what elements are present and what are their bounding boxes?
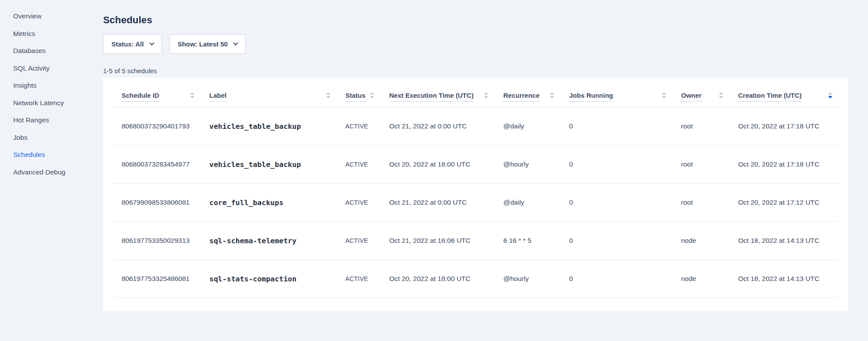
sort-icon[interactable] (828, 92, 832, 99)
cell-schedule-id: 806800373283454977 (113, 146, 201, 184)
sidebar-item-sql-activity[interactable]: SQL Activity (13, 64, 92, 72)
sidebar-item-insights[interactable]: Insights (13, 82, 92, 89)
sort-icon[interactable] (190, 92, 194, 99)
sidebar-item-advanced-debug[interactable]: Advanced Debug (13, 168, 92, 176)
sort-down-icon (662, 96, 666, 99)
cell-label: sql-stats-compaction (201, 260, 337, 298)
cell-next-execution-time: Oct 21, 2022 at 0:00 UTC (380, 107, 495, 146)
column-label: Status (345, 92, 366, 102)
main-content: Schedules Status: All Show: Latest 50 1-… (103, 0, 848, 311)
column-header-creation-time-utc[interactable]: Creation Time (UTC) (729, 78, 839, 107)
sort-down-icon (326, 96, 330, 99)
show-filter-dropdown[interactable]: Show: Latest 50 (169, 34, 246, 54)
cell-schedule-id: 806799098533806081 (113, 184, 201, 222)
table-row: 806197753325486081sql-stats-compactionAC… (113, 260, 839, 298)
status-filter-dropdown[interactable]: Status: All (103, 34, 162, 54)
sort-up-icon (550, 92, 554, 95)
cell-schedule-id: 806197753325486081 (113, 260, 201, 298)
sort-down-icon (370, 96, 374, 99)
cell-label: sql-schema-telemetry (201, 222, 337, 260)
column-header-label[interactable]: Label (201, 78, 337, 107)
sort-down-icon (828, 96, 832, 99)
sort-icon[interactable] (719, 92, 723, 99)
sidebar-item-hot-ranges[interactable]: Hot Ranges (13, 116, 92, 124)
page-title: Schedules (103, 14, 848, 26)
column-header-owner[interactable]: Owner (672, 78, 729, 107)
cell-next-execution-time: Oct 20, 2022 at 18:00 UTC (380, 260, 495, 298)
column-label: Label (209, 92, 226, 102)
table-row: 806799098533806081core_full_backupsACTIV… (113, 184, 839, 222)
cell-creation-time: Oct 20, 2022 at 17:18 UTC (729, 146, 839, 184)
show-filter-label: Show: Latest 50 (178, 40, 228, 48)
sidebar-item-databases[interactable]: Databases (13, 47, 92, 55)
sort-icon[interactable] (662, 92, 666, 99)
cell-recurrence: @hourly (495, 146, 560, 184)
cell-label: vehicles_table_backup (201, 107, 337, 146)
sidebar-item-metrics[interactable]: Metrics (13, 30, 92, 38)
cell-recurrence: @daily (495, 184, 560, 222)
cell-jobs-running: 0 (560, 260, 672, 298)
table-header-row: Schedule ID Label Status Next Execution … (113, 78, 839, 107)
sidebar-item-schedules[interactable]: Schedules (13, 151, 92, 159)
sort-up-icon (719, 92, 723, 95)
column-header-next-execution-time-utc[interactable]: Next Execution Time (UTC) (380, 78, 495, 107)
column-label: Next Execution Time (UTC) (389, 92, 473, 102)
cell-jobs-running: 0 (560, 222, 672, 260)
cell-schedule-id: 806800373290401793 (113, 107, 201, 146)
cell-owner: root (672, 146, 729, 184)
cell-status: ACTIVE (337, 184, 380, 222)
column-label: Recurrence (503, 92, 540, 102)
cell-creation-time: Oct 20, 2022 at 17:12 UTC (729, 184, 839, 222)
column-label: Schedule ID (122, 92, 159, 102)
cell-recurrence: @hourly (495, 260, 560, 298)
cell-status: ACTIVE (337, 260, 380, 298)
cell-jobs-running: 0 (560, 146, 672, 184)
cell-status: ACTIVE (337, 107, 380, 146)
chevron-down-icon (233, 40, 238, 45)
cell-next-execution-time: Oct 21, 2022 at 0:00 UTC (380, 184, 495, 222)
sort-down-icon (719, 96, 723, 99)
schedules-table: Schedule ID Label Status Next Execution … (113, 78, 839, 298)
cell-jobs-running: 0 (560, 107, 672, 146)
cell-status: ACTIVE (337, 222, 380, 260)
table-row: 806800373283454977vehicles_table_backupA… (113, 146, 839, 184)
column-header-jobs-running[interactable]: Jobs Running (560, 78, 672, 107)
sort-up-icon (326, 92, 330, 95)
sort-down-icon (550, 96, 554, 99)
sidebar-item-network-latency[interactable]: Network Latency (13, 99, 92, 107)
cell-status: ACTIVE (337, 146, 380, 184)
cell-creation-time: Oct 20, 2022 at 17:18 UTC (729, 107, 839, 146)
sidebar-item-overview[interactable]: Overview (13, 12, 92, 20)
cell-owner: node (672, 222, 729, 260)
column-header-recurrence[interactable]: Recurrence (495, 78, 560, 107)
schedules-table-card: Schedule ID Label Status Next Execution … (103, 78, 848, 311)
column-header-status[interactable]: Status (337, 78, 380, 107)
cell-owner: root (672, 184, 729, 222)
column-label: Owner (681, 92, 702, 102)
sort-icon[interactable] (484, 92, 488, 99)
sort-icon[interactable] (550, 92, 554, 99)
column-header-schedule-id[interactable]: Schedule ID (113, 78, 201, 107)
table-row: 806197753350029313sql-schema-telemetryAC… (113, 222, 839, 260)
cell-label: vehicles_table_backup (201, 146, 337, 184)
table-row: 806800373290401793vehicles_table_backupA… (113, 107, 839, 146)
column-label: Jobs Running (569, 92, 613, 102)
cell-recurrence: @daily (495, 107, 560, 146)
cell-next-execution-time: Oct 20, 2022 at 18:00 UTC (380, 146, 495, 184)
status-filter-label: Status: All (111, 40, 144, 48)
sidebar-item-jobs[interactable]: Jobs (13, 134, 92, 142)
cell-recurrence: 6 16 * * 5 (495, 222, 560, 260)
sort-up-icon (190, 92, 194, 95)
sort-up-icon (484, 92, 488, 95)
sort-icon[interactable] (370, 92, 374, 99)
cell-owner: root (672, 107, 729, 146)
sort-up-icon (828, 92, 832, 95)
cell-schedule-id: 806197753350029313 (113, 222, 201, 260)
cell-creation-time: Oct 18, 2022 at 14:13 UTC (729, 222, 839, 260)
cell-next-execution-time: Oct 21, 2022 at 16:06 UTC (380, 222, 495, 260)
filter-bar: Status: All Show: Latest 50 (103, 34, 848, 54)
sort-icon[interactable] (326, 92, 330, 99)
chevron-down-icon (149, 40, 154, 45)
results-summary: 1-5 of 5 schedules (103, 67, 848, 75)
sort-down-icon (190, 96, 194, 99)
